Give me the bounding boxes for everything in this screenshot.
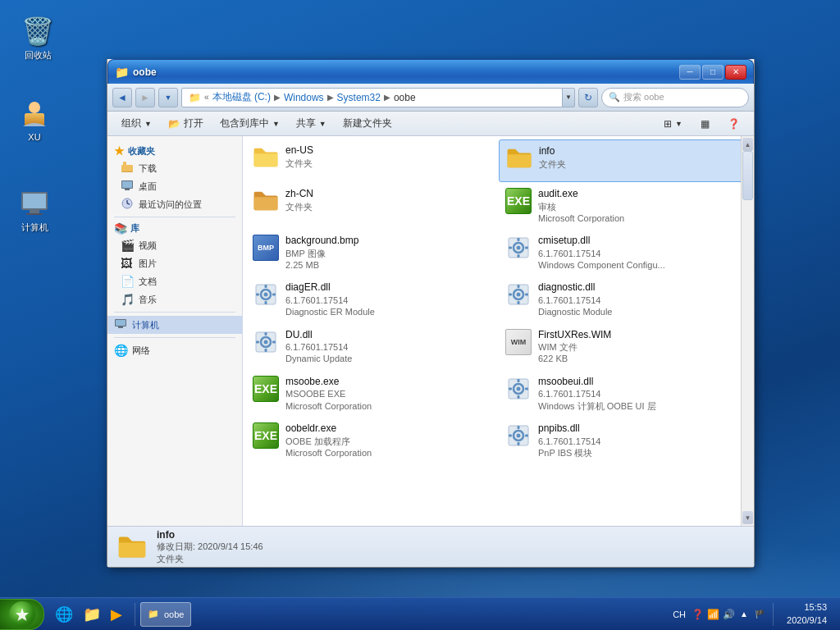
sidebar-item-recent[interactable]: 最近访问的位置: [107, 195, 242, 213]
help-button[interactable]: ❓: [720, 114, 747, 134]
taskbar-explorer-button[interactable]: 📁: [79, 602, 105, 627]
file-info-info: info 文件夹: [539, 145, 743, 170]
scrollbar-down-button[interactable]: ▼: [742, 511, 753, 524]
file-item-zh-CN[interactable]: zh-CN 文件夹: [246, 183, 498, 229]
sidebar-item-desktop[interactable]: 桌面: [107, 177, 242, 195]
status-detail-1: 修改日期: 2020/9/14 15:46: [157, 541, 263, 553]
file-info-msoobe-exe: msoobe.exe MSOOBE EXE Microsoft Corporat…: [285, 376, 491, 412]
file-item-FirstUXRes-wim[interactable]: WIM FirstUXRes.WIM WIM 文件 622 KB: [499, 324, 751, 370]
desktop-icon-recycle-bin[interactable]: 🗑️ 回收站: [11, 15, 64, 61]
taskbar-ie-button[interactable]: 🌐: [51, 602, 77, 627]
svg-rect-11: [122, 181, 132, 188]
file-info-msoobeui-dll: msoobeui.dll 6.1.7601.17514 Windows 计算机 …: [538, 376, 744, 412]
file-name-msoobeui-dll: msoobeui.dll: [538, 376, 744, 389]
start-button[interactable]: [0, 599, 44, 630]
include-library-button[interactable]: 包含到库中 ▼: [212, 114, 287, 134]
preview-button[interactable]: ▦: [693, 114, 717, 134]
desktop-icon-computer[interactable]: 计算机: [8, 187, 61, 233]
scrollbar-track[interactable]: ▲ ▼: [741, 136, 754, 526]
file-info-FirstUXRes-wim: FirstUXRes.WIM WIM 文件 622 KB: [538, 329, 744, 365]
svg-point-35: [517, 293, 521, 297]
file-item-info[interactable]: info 文件夹: [499, 139, 751, 182]
svg-rect-12: [125, 189, 130, 190]
taskbar-window-item[interactable]: 📁 oobe: [140, 602, 191, 627]
svg-point-42: [264, 340, 268, 344]
sidebar-item-music[interactable]: 🎵 音乐: [107, 290, 242, 308]
share-dropdown-icon: ▼: [319, 120, 326, 128]
svg-rect-18: [118, 326, 123, 328]
path-c[interactable]: 本地磁盘 (C:): [212, 90, 271, 104]
sidebar-item-computer[interactable]: 计算机: [107, 316, 242, 334]
close-button[interactable]: ✕: [725, 65, 746, 80]
file-item-en-US[interactable]: en-US 文件夹: [246, 139, 498, 182]
favorites-header[interactable]: ★ 收藏夹: [107, 143, 242, 159]
taskbar-clock[interactable]: 15:53 2020/9/14: [780, 601, 833, 627]
file-name-diagnostic-dll: diagnostic.dll: [538, 281, 744, 294]
forward-button[interactable]: ►: [135, 88, 155, 107]
view-button[interactable]: ⊞ ▼: [656, 114, 690, 134]
path-sep-2: ▶: [274, 93, 281, 102]
tray-question-icon[interactable]: ❓: [691, 608, 704, 621]
maximize-button[interactable]: □: [702, 65, 724, 80]
picture-label: 图片: [139, 258, 157, 270]
desktop-icon-user[interactable]: XU: [8, 97, 61, 143]
address-dropdown-button[interactable]: ▼: [562, 88, 575, 107]
taskbar-media-button[interactable]: ▶: [107, 602, 130, 627]
recent-label: 最近访问的位置: [139, 199, 202, 211]
sidebar-item-download[interactable]: 下载: [107, 159, 242, 177]
back-button[interactable]: ◄: [112, 88, 132, 107]
file-item-pnpibs-dll[interactable]: pnpibs.dll 6.1.7601.17514 PnP IBS 模块: [499, 418, 751, 463]
music-icon: 🎵: [121, 293, 134, 306]
gear-icon-msoobeui: [505, 376, 532, 402]
sidebar-item-network[interactable]: 🌐 网络: [107, 341, 242, 359]
tray-ch-label[interactable]: CH: [670, 608, 688, 621]
tray-notify-icon[interactable]: 🏴: [753, 608, 766, 621]
refresh-button[interactable]: ↻: [578, 88, 598, 107]
sidebar-item-video[interactable]: 🎬 视频: [107, 236, 242, 254]
tray-arrow-icon[interactable]: ▲: [737, 608, 751, 621]
clock-date: 2020/9/14: [787, 614, 827, 627]
file-item-cmisetup-dll[interactable]: cmisetup.dll 6.1.7601.17514 Windows Comp…: [499, 230, 751, 276]
file-name-DU-dll: DU.dll: [285, 329, 491, 342]
tray-sound-icon[interactable]: 🔊: [722, 608, 735, 621]
explorer-quick-icon: 📁: [83, 605, 101, 623]
title-bar-icon: 📁: [115, 66, 128, 79]
svg-rect-29: [265, 285, 267, 288]
exe-icon-oobeldr: EXE: [253, 422, 279, 449]
search-box[interactable]: 🔍 搜索 oobe: [601, 88, 749, 107]
share-button[interactable]: 共享 ▼: [289, 114, 334, 134]
sidebar-item-picture[interactable]: 🖼 图片: [107, 254, 242, 272]
file-item-diagnostic-dll[interactable]: diagnostic.dll 6.1.7601.17514 Diagnostic…: [499, 276, 751, 322]
file-meta-DU-dll-2: Dynamic Update: [285, 353, 491, 364]
path-windows[interactable]: Windows: [284, 92, 324, 103]
file-item-DU-dll[interactable]: DU.dll 6.1.7601.17514 Dynamic Update: [246, 324, 498, 370]
tray-network-icon[interactable]: 📶: [706, 608, 719, 621]
file-item-background-bmp[interactable]: BMP background.bmp BMP 图像 2.25 MB: [246, 230, 498, 276]
library-label: 库: [130, 222, 139, 235]
music-label: 音乐: [139, 294, 157, 306]
file-meta-background-bmp-1: BMP 图像: [285, 248, 491, 259]
file-meta-diagER-dll-1: 6.1.7601.17514: [285, 294, 491, 306]
scrollbar-up-button[interactable]: ▲: [742, 138, 753, 151]
path-oobe: oobe: [394, 92, 416, 103]
recent-locations-button[interactable]: ▼: [158, 88, 178, 107]
library-header[interactable]: 📚 库: [107, 221, 242, 236]
file-info-audit-exe: audit.exe 审核 Microsoft Corporation: [538, 188, 744, 224]
file-item-oobeldr-exe[interactable]: EXE oobeldr.exe OOBE 加载程序 Microsoft Corp…: [246, 418, 498, 463]
open-button[interactable]: 📂 打开: [161, 114, 211, 134]
new-folder-button[interactable]: 新建文件夹: [336, 114, 399, 134]
svg-rect-32: [272, 294, 276, 296]
file-item-msoobeui-dll[interactable]: msoobeui.dll 6.1.7601.17514 Windows 计算机 …: [499, 371, 751, 417]
minimize-button[interactable]: ─: [679, 65, 701, 80]
files-grid: en-US 文件夹 info: [243, 136, 754, 467]
organize-button[interactable]: 组织 ▼: [114, 114, 159, 134]
title-bar-buttons: ─ □ ✕: [679, 65, 746, 80]
scrollbar-thumb[interactable]: [742, 151, 753, 200]
file-item-audit-exe[interactable]: EXE audit.exe 审核 Microsoft Corporation: [499, 183, 751, 229]
path-system32[interactable]: System32: [337, 92, 381, 103]
file-item-diagER-dll[interactable]: diagER.dll 6.1.7601.17514 Diagnostic ER …: [246, 276, 498, 322]
path-sep-3: ▶: [327, 93, 334, 102]
file-item-msoobe-exe[interactable]: EXE msoobe.exe MSOOBE EXE Microsoft Corp…: [246, 371, 498, 417]
include-library-dropdown-icon: ▼: [272, 120, 280, 128]
sidebar-item-document[interactable]: 📄 文档: [107, 272, 242, 290]
